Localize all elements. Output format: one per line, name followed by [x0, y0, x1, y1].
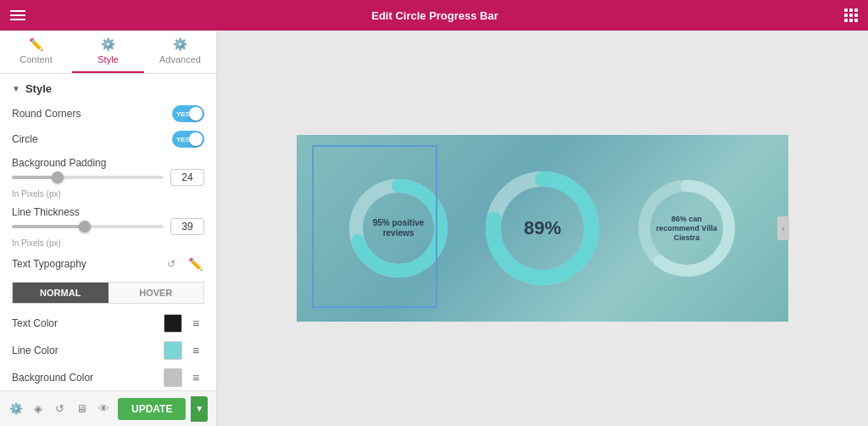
settings-icon[interactable]: ⚙️ [8, 401, 24, 418]
text-color-swatch[interactable] [164, 314, 182, 333]
circle-2-label: 89% [524, 217, 561, 239]
bg-padding-value[interactable] [170, 169, 204, 186]
bg-padding-fill [12, 176, 58, 179]
state-tabs: NORMAL HOVER [12, 282, 204, 304]
line-thickness-row: Line Thickness [12, 205, 204, 235]
line-thickness-label: Line Thickness [12, 206, 80, 218]
circle-toggle[interactable]: YES [172, 131, 204, 148]
collapse-arrow[interactable]: ‹ [777, 216, 789, 240]
background-padding-row: Background Padding [12, 156, 204, 186]
bg-padding-slider-container [12, 169, 204, 186]
circle-row: Circle YES [12, 131, 204, 148]
advanced-icon: ⚙️ [173, 37, 187, 51]
style-icon: ⚙️ [101, 37, 115, 51]
tab-content[interactable]: ✏️ Content [0, 31, 72, 73]
circle-3-label: 86% can recommend Villa Ciestra [653, 215, 721, 242]
bg-color-menu[interactable]: ≡ [187, 369, 204, 386]
bg-padding-label: Background Padding [12, 157, 106, 169]
round-corners-yes: YES [176, 110, 190, 118]
bottom-bar: ⚙️ ◈ ↺ 🖥 👁 UPDATE ▼ [0, 390, 216, 426]
line-thickness-sublabel: In Pixels (px) [12, 238, 204, 248]
circle-knob [189, 132, 203, 146]
tab-advanced[interactable]: ⚙️ Advanced [144, 31, 216, 73]
text-color-menu[interactable]: ≡ [187, 315, 204, 332]
layers-icon[interactable]: ◈ [31, 401, 46, 418]
canvas-area: 95% positive reviews 89% [217, 31, 868, 426]
text-typography-label: Text Typography [12, 258, 86, 270]
line-color-menu[interactable]: ≡ [187, 342, 204, 359]
circle-text-1: 95% positive reviews [364, 218, 432, 238]
update-button[interactable]: UPDATE [118, 398, 186, 420]
round-corners-label: Round Corners [12, 108, 81, 120]
line-thickness-value[interactable] [170, 218, 204, 235]
text-color-group: ≡ [164, 314, 204, 333]
state-tab-hover[interactable]: HOVER [108, 283, 204, 303]
update-dropdown[interactable]: ▼ [191, 396, 208, 422]
line-color-row: Line Color ≡ [12, 341, 204, 360]
line-color-group: ≡ [164, 341, 204, 360]
state-tab-normal[interactable]: NORMAL [13, 283, 108, 303]
bg-color-row: Background Color ≡ [12, 368, 204, 387]
edit-typography-icon[interactable]: ✏️ [186, 255, 204, 273]
tab-advanced-label: Advanced [159, 54, 201, 64]
panel-content: ▼ Style Round Corners YES Circle YES [0, 74, 216, 390]
circle-item-2[interactable]: 89% [479, 165, 606, 292]
eye-icon[interactable]: 👁 [96, 401, 111, 418]
text-typography-row: Text Typography ↺ ✏️ [12, 255, 204, 273]
bg-padding-slider[interactable] [12, 176, 164, 179]
main-layout: ✏️ Content ⚙️ Style ⚙️ Advanced ▼ Style … [0, 31, 868, 426]
widget-container: 95% positive reviews 89% [297, 135, 788, 322]
circle-1-label: 95% positive reviews [364, 218, 432, 238]
bg-color-swatch[interactable] [164, 368, 182, 387]
round-corners-knob [189, 107, 203, 121]
tab-style-label: Style [97, 54, 118, 64]
history-icon[interactable]: ↺ [53, 401, 68, 418]
page-title: Edit Circle Progress Bar [25, 9, 844, 22]
circle-text-3: 86% can recommend Villa Ciestra [653, 215, 721, 242]
circle-yes: YES [176, 136, 190, 143]
round-corners-toggle[interactable]: YES [172, 105, 204, 122]
round-corners-row: Round Corners YES [12, 105, 204, 122]
hamburger-icon[interactable] [10, 10, 25, 20]
typography-icons: ↺ ✏️ [162, 255, 204, 273]
line-thickness-slider-container [12, 218, 204, 235]
text-color-label: Text Color [12, 317, 58, 329]
tab-style[interactable]: ⚙️ Style [72, 31, 144, 73]
bg-color-label: Background Color [12, 372, 93, 384]
tab-content-label: Content [19, 54, 53, 64]
top-bar: Edit Circle Progress Bar [0, 0, 868, 31]
line-color-label: Line Color [12, 345, 58, 356]
circle-item-3[interactable]: 86% can recommend Villa Ciestra [632, 173, 742, 283]
section-title: Style [25, 82, 52, 95]
widget-display: 95% positive reviews 89% [297, 135, 788, 322]
panel-tabs: ✏️ Content ⚙️ Style ⚙️ Advanced [0, 31, 216, 74]
circle-label: Circle [12, 133, 38, 145]
line-thickness-slider[interactable] [12, 225, 164, 228]
bg-padding-thumb[interactable] [52, 171, 64, 183]
bg-padding-sublabel: In Pixels (px) [12, 189, 204, 199]
refresh-icon[interactable]: ↺ [162, 255, 181, 273]
line-color-swatch[interactable] [164, 341, 182, 360]
section-header-style: ▼ Style [12, 82, 204, 95]
text-color-row: Text Color ≡ [12, 314, 204, 333]
circle-text-2: 89% [524, 217, 561, 239]
left-panel: ✏️ Content ⚙️ Style ⚙️ Advanced ▼ Style … [0, 31, 217, 426]
line-thickness-fill [12, 225, 85, 228]
grid-icon[interactable] [844, 8, 858, 22]
content-icon: ✏️ [29, 37, 43, 51]
line-thickness-thumb[interactable] [79, 221, 91, 233]
bg-color-group: ≡ [164, 368, 204, 387]
circle-item-1[interactable]: 95% positive reviews [343, 173, 453, 283]
section-arrow: ▼ [12, 84, 20, 93]
desktop-icon[interactable]: 🖥 [74, 401, 89, 418]
